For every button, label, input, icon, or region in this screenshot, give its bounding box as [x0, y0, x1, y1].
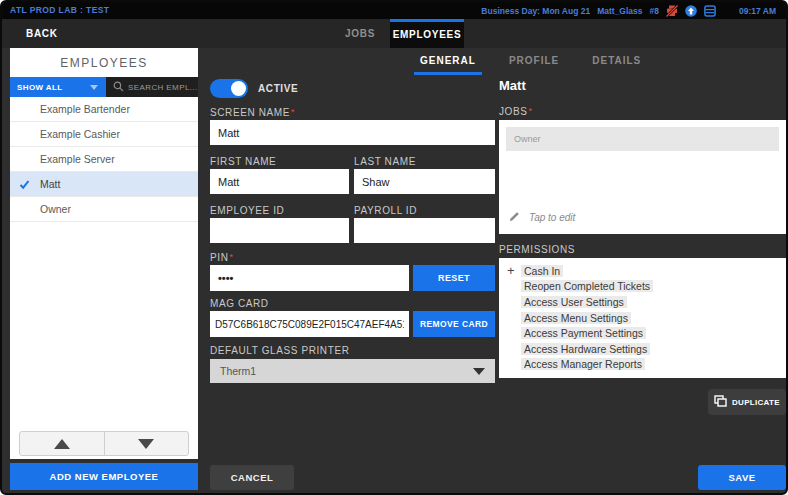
permission-item[interactable]: + Access Menu Settings: [507, 310, 778, 326]
employee-id-input[interactable]: [210, 218, 349, 243]
job-chip[interactable]: Owner: [506, 127, 779, 151]
active-toggle-label: ACTIVE: [258, 79, 298, 98]
nav-bar: BACK JOBS EMPLOYEES: [2, 19, 786, 48]
permission-item[interactable]: + Access Hardware Settings: [507, 341, 778, 357]
jobs-label: JOBS: [499, 106, 533, 117]
station-number-label: #8: [650, 6, 659, 16]
pin-input[interactable]: [210, 265, 409, 291]
employee-id-label: EMPLOYEE ID: [210, 205, 284, 216]
tap-to-edit-label: Tap to edit: [529, 212, 575, 223]
pencil-icon: [509, 208, 520, 226]
down-arrow-icon: [138, 439, 154, 449]
last-name-input[interactable]: [354, 169, 495, 194]
top-status-right: Business Day: Mon Aug 21 Matt_Glass #8: [481, 2, 776, 19]
plus-icon[interactable]: +: [507, 264, 521, 277]
tab-employees[interactable]: EMPLOYEES: [390, 19, 464, 48]
employee-list-item[interactable]: Matt: [10, 172, 198, 197]
jobs-chip-list: Owner: [499, 127, 786, 151]
add-new-employee-button[interactable]: ADD NEW EMPLOYEE: [10, 463, 198, 490]
store-label: ATL PROD LAB : TEST: [10, 2, 109, 19]
payroll-id-label: PAYROLL ID: [354, 205, 417, 216]
tab-profile[interactable]: PROFILE: [503, 55, 565, 75]
show-all-dropdown[interactable]: SHOW ALL: [10, 77, 106, 97]
jobs-tap-to-edit[interactable]: Tap to edit: [509, 208, 575, 226]
job-chip-label: Owner: [514, 134, 541, 144]
duplicate-label: DUPLICATE: [732, 398, 780, 407]
chevron-down-icon: [90, 85, 98, 90]
duplicate-button[interactable]: DUPLICATE: [708, 389, 786, 415]
pin-label: PIN: [210, 252, 234, 263]
back-button[interactable]: BACK: [26, 19, 58, 48]
permission-item[interactable]: + Reopen Completed Tickets: [507, 279, 778, 295]
last-name-label: LAST NAME: [354, 156, 416, 167]
employee-name-label: Example Cashier: [40, 128, 120, 140]
default-glass-printer-select[interactable]: Therm1: [210, 359, 495, 383]
app-frame: ATL PROD LAB : TEST Business Day: Mon Au…: [0, 0, 788, 495]
search-placeholder: SEARCH EMPL...: [128, 83, 198, 92]
screen-name-input[interactable]: [210, 120, 495, 145]
employee-list-item[interactable]: Example Server: [10, 147, 198, 172]
business-day-label: Business Day: Mon Aug 21: [481, 6, 590, 16]
list-scroll-controls: [19, 431, 189, 456]
permissions-panel: + Cash In + Reopen Completed Tickets + A…: [499, 258, 786, 378]
permission-item-label: Reopen Completed Tickets: [521, 280, 653, 292]
permission-item[interactable]: + Cash In: [507, 263, 778, 279]
sidebar-title: EMPLOYEES: [10, 48, 198, 77]
database-icon[interactable]: [704, 5, 716, 17]
chevron-down-icon: [473, 368, 485, 375]
pin-reset-button[interactable]: RESET: [413, 265, 495, 291]
cancel-button[interactable]: CANCEL: [210, 465, 294, 490]
default-glass-printer-label: DEFAULT GLASS PRINTER: [210, 345, 350, 356]
detail-tabs: GENERAL PROFILE DETAILS: [414, 55, 647, 75]
scroll-up-button[interactable]: [20, 432, 104, 455]
permission-item-label: Access Payment Settings: [521, 327, 646, 339]
search-icon: [113, 81, 124, 94]
tab-jobs[interactable]: JOBS: [336, 19, 384, 48]
permission-item-label: Access Menu Settings: [521, 312, 631, 324]
screen-name-label: SCREEN NAME: [210, 107, 295, 118]
employee-list-item[interactable]: Example Bartender: [10, 97, 198, 122]
default-glass-printer-value: Therm1: [220, 365, 256, 377]
mag-card-input[interactable]: [210, 311, 409, 337]
first-name-label: FIRST NAME: [210, 156, 276, 167]
permission-item-label: Access Hardware Settings: [521, 343, 650, 355]
remove-card-button[interactable]: REMOVE CARD: [413, 311, 495, 337]
toggle-knob: [231, 81, 246, 96]
permission-item[interactable]: + Access Payment Settings: [507, 325, 778, 341]
employee-list: Example Bartender Example Cashier: [10, 97, 198, 222]
employee-name-label: Example Bartender: [40, 103, 130, 115]
device-name-label: Matt_Glass: [597, 6, 642, 16]
permission-item-label: Cash In: [521, 265, 563, 277]
active-toggle[interactable]: [210, 79, 248, 98]
employee-list-item[interactable]: Example Cashier: [10, 122, 198, 147]
clock-label: 09:17 AM: [739, 6, 776, 16]
permission-item[interactable]: + Access User Settings: [507, 294, 778, 310]
employee-list-item[interactable]: Owner: [10, 197, 198, 222]
checkmark-icon: [19, 179, 30, 192]
tab-general[interactable]: GENERAL: [414, 55, 482, 75]
save-button[interactable]: SAVE: [698, 465, 786, 490]
permissions-label: PERMISSIONS: [499, 244, 575, 255]
duplicate-icon: [714, 395, 727, 409]
employee-detail-name: Matt: [499, 78, 526, 93]
mag-card-label: MAG CARD: [210, 298, 269, 309]
tab-details[interactable]: DETAILS: [586, 55, 647, 75]
printer-offline-icon[interactable]: [666, 5, 678, 17]
permission-item-label: Access Manager Reports: [521, 358, 645, 370]
show-all-label: SHOW ALL: [17, 83, 63, 92]
permission-item[interactable]: + Access Manager Reports: [507, 357, 778, 373]
jobs-panel: Owner Tap to edit: [499, 120, 786, 234]
employee-name-label: Matt: [40, 178, 60, 190]
payroll-id-input[interactable]: [354, 218, 495, 243]
first-name-input[interactable]: [210, 169, 349, 194]
employee-sidebar: EMPLOYEES SHOW ALL SEARCH EMPL...: [10, 48, 198, 459]
sidebar-filter-row: SHOW ALL SEARCH EMPL...: [10, 77, 198, 97]
employee-name-label: Owner: [40, 203, 71, 215]
sync-icon[interactable]: [685, 5, 697, 17]
search-employees-input[interactable]: SEARCH EMPL...: [106, 77, 198, 97]
top-status-bar: ATL PROD LAB : TEST Business Day: Mon Au…: [2, 2, 786, 19]
permission-item-label: Access User Settings: [521, 296, 627, 308]
scroll-down-button[interactable]: [104, 432, 189, 455]
employee-name-label: Example Server: [40, 153, 115, 165]
up-arrow-icon: [54, 439, 70, 449]
